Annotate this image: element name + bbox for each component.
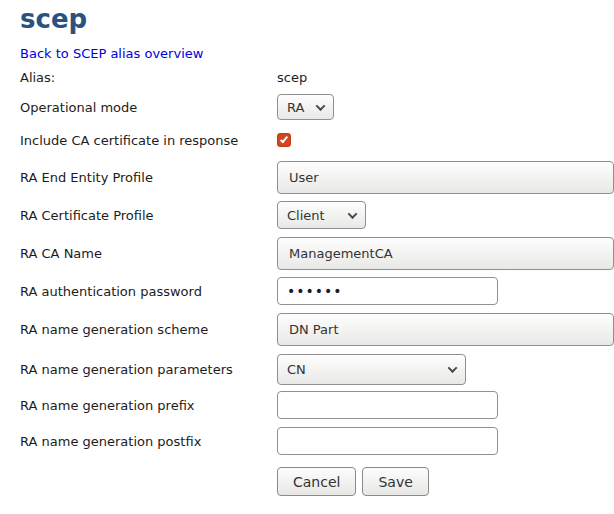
chevron-down-icon	[316, 101, 326, 111]
alias-label: Alias:	[20, 70, 277, 85]
include-ca-cert-row: Include CA certificate in response	[20, 132, 614, 148]
back-to-scep-overview-link[interactable]: Back to SCEP alias overview	[20, 46, 203, 62]
ra-name-gen-prefix-input[interactable]	[277, 391, 498, 419]
ra-name-gen-scheme-select[interactable]: DN Part	[277, 313, 614, 346]
ra-end-entity-profile-value: User	[289, 170, 319, 185]
ra-name-gen-scheme-label: RA name generation scheme	[20, 322, 277, 337]
operational-mode-row: Operational mode RA	[20, 94, 614, 120]
ra-name-gen-params-label: RA name generation parameters	[20, 362, 277, 377]
ra-certificate-profile-value: Client	[287, 208, 325, 223]
ra-auth-password-input[interactable]: ••••••	[277, 277, 498, 305]
ra-ca-name-value: ManagementCA	[289, 246, 393, 261]
operational-mode-value: RA	[287, 100, 304, 115]
ra-name-gen-scheme-row: RA name generation scheme DN Part	[20, 313, 614, 346]
ra-auth-password-masked-value: ••••••	[287, 283, 343, 299]
chevron-down-icon	[348, 209, 358, 219]
ra-certificate-profile-select[interactable]: Client	[277, 201, 366, 229]
include-ca-cert-checkbox[interactable]	[277, 133, 291, 147]
operational-mode-label: Operational mode	[20, 100, 277, 115]
ra-name-gen-postfix-row: RA name generation postfix	[20, 427, 614, 455]
ra-name-gen-prefix-row: RA name generation prefix	[20, 391, 614, 419]
page-title: scep	[20, 4, 614, 34]
ra-name-gen-params-value: CN	[287, 362, 306, 377]
ra-ca-name-label: RA CA Name	[20, 246, 277, 261]
ra-auth-password-row: RA authentication password ••••••	[20, 277, 614, 305]
ra-name-gen-params-row: RA name generation parameters CN	[20, 354, 614, 385]
ra-ca-name-row: RA CA Name ManagementCA	[20, 237, 614, 270]
alias-row: Alias: scep	[20, 68, 614, 86]
ra-end-entity-profile-select[interactable]: User	[277, 161, 614, 194]
operational-mode-select[interactable]: RA	[277, 94, 334, 120]
ra-name-gen-postfix-input[interactable]	[277, 427, 498, 455]
save-button[interactable]: Save	[362, 467, 428, 496]
include-ca-cert-label: Include CA certificate in response	[20, 133, 277, 148]
ra-ca-name-select[interactable]: ManagementCA	[277, 237, 614, 270]
chevron-down-icon	[448, 363, 458, 373]
check-icon	[280, 135, 288, 144]
alias-value: scep	[277, 70, 307, 85]
ra-name-gen-params-select[interactable]: CN	[277, 354, 466, 385]
ra-certificate-profile-label: RA Certificate Profile	[20, 208, 277, 223]
ra-end-entity-profile-label: RA End Entity Profile	[20, 170, 277, 185]
ra-end-entity-profile-row: RA End Entity Profile User	[20, 161, 614, 194]
ra-auth-password-label: RA authentication password	[20, 284, 277, 299]
form-actions: Cancel Save	[277, 467, 614, 496]
cancel-button[interactable]: Cancel	[277, 467, 356, 496]
scep-config-page: scep Back to SCEP alias overview Alias: …	[0, 0, 614, 496]
ra-name-gen-postfix-label: RA name generation postfix	[20, 434, 277, 449]
ra-name-gen-prefix-label: RA name generation prefix	[20, 398, 277, 413]
ra-certificate-profile-row: RA Certificate Profile Client	[20, 201, 614, 229]
ra-name-gen-scheme-value: DN Part	[289, 322, 339, 337]
